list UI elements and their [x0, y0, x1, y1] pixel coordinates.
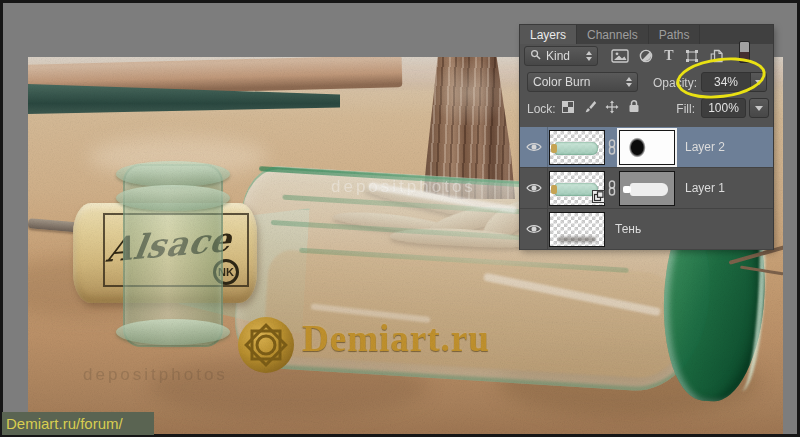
type-icon: T [664, 48, 673, 64]
mask-painted-area [620, 131, 674, 164]
source-link-text[interactable]: Demiart.ru/forum/ [6, 415, 123, 432]
eye-icon [526, 223, 542, 235]
layer-name[interactable]: Layer 2 [685, 140, 725, 154]
layer-name[interactable]: Тень [615, 222, 641, 236]
thumbnail-bottle-preview [555, 142, 598, 155]
thumbnail-cork-preview [551, 185, 557, 194]
demiart-logo-icon [236, 315, 296, 375]
source-link-bar[interactable]: Demiart.ru/forum/ [2, 412, 154, 435]
filter-type-layers-button[interactable]: T [659, 47, 679, 65]
chevron-down-icon [755, 106, 763, 111]
lock-transparency-button[interactable] [558, 98, 578, 116]
panel-tab-bar: Layers Channels Paths [520, 25, 773, 44]
image-icon [611, 49, 629, 63]
layer-name[interactable]: Layer 1 [685, 181, 725, 195]
fill-dropdown-button[interactable] [749, 98, 769, 118]
blend-mode-select[interactable]: Color Burn [527, 72, 638, 92]
lock-pixels-button[interactable] [580, 98, 600, 116]
visibility-toggle[interactable] [520, 168, 548, 208]
layer-list: Layer 2 [520, 127, 773, 250]
fill-field[interactable]: 100% [701, 98, 746, 118]
filter-kind-select[interactable]: Kind [524, 46, 598, 66]
layer-thumbnail[interactable] [549, 212, 605, 247]
layer-mask-thumbnail[interactable] [619, 130, 675, 165]
neck-ring [116, 161, 230, 187]
checkerboard-icon [562, 101, 574, 113]
mask-link[interactable] [605, 180, 619, 196]
lock-icon [628, 99, 640, 113]
stock-watermark: depositphotos [331, 177, 476, 197]
filter-kind-label: Kind [546, 49, 581, 63]
eye-icon [526, 182, 542, 194]
lock-label: Lock: [527, 102, 556, 116]
lock-all-button[interactable] [624, 97, 644, 115]
chain-link-icon [607, 180, 617, 196]
stock-watermark: depositphotos [83, 365, 228, 385]
updown-arrows-icon [586, 51, 592, 61]
shape-icon [685, 49, 699, 63]
filter-adjustment-layers-button[interactable] [636, 47, 656, 65]
chain-link-icon [607, 139, 617, 155]
blend-mode-value: Color Burn [533, 75, 621, 89]
tab-channels[interactable]: Channels [577, 25, 649, 44]
layer-row-shadow[interactable]: Тень [520, 209, 773, 250]
neck-ring [116, 185, 230, 211]
mask-bottle-silhouette [630, 183, 668, 196]
layer-row-layer2[interactable]: Layer 2 [520, 127, 773, 168]
visibility-toggle[interactable] [520, 209, 548, 249]
layer-thumbnail[interactable] [549, 171, 605, 206]
thumbnail-cork-preview [551, 144, 557, 153]
visibility-toggle[interactable] [520, 127, 548, 167]
fill-label: Fill: [650, 102, 695, 116]
smart-object-badge-icon [592, 190, 605, 206]
layer-thumbnail[interactable] [549, 130, 605, 165]
brush-icon [583, 100, 597, 114]
layer-mask-thumbnail[interactable] [619, 171, 675, 206]
tab-layers[interactable]: Layers [520, 25, 577, 44]
move-icon [605, 100, 619, 114]
lock-position-button[interactable] [602, 98, 622, 116]
thumbnail-shadow-preview [558, 237, 596, 242]
mask-link[interactable] [605, 139, 619, 155]
filter-pixel-layers-button[interactable] [610, 47, 630, 65]
eye-icon [526, 141, 542, 153]
layer-row-layer1[interactable]: Layer 1 [520, 168, 773, 209]
demiart-watermark-text: Demiart.ru [302, 317, 490, 360]
adjustment-icon [639, 49, 653, 63]
mask-bottle-silhouette-nub [623, 186, 631, 193]
tab-paths[interactable]: Paths [649, 25, 701, 44]
search-icon [530, 49, 541, 63]
fill-value[interactable]: 100% [702, 99, 745, 117]
updown-arrows-icon [626, 77, 632, 87]
neck-ring [116, 319, 230, 345]
photoshop-workspace: Alsace NK depositphotos depositphotos [0, 0, 800, 437]
